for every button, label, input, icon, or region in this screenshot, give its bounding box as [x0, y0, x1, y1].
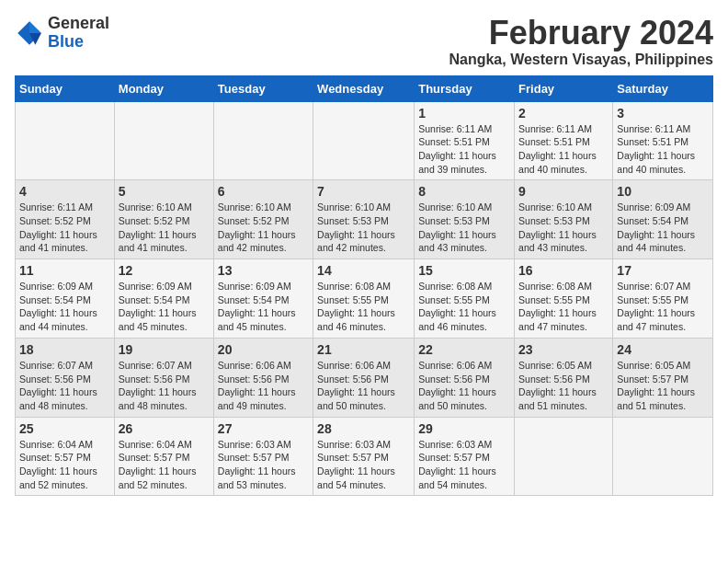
col-wednesday: Wednesday: [313, 75, 415, 101]
day-number: 15: [418, 263, 510, 278]
day-number: 24: [617, 342, 709, 357]
col-thursday: Thursday: [415, 75, 515, 101]
calendar-cell: 2Sunrise: 6:11 AM Sunset: 5:51 PM Daylig…: [515, 101, 613, 180]
day-number: 13: [218, 263, 309, 278]
calendar-week-3: 18Sunrise: 6:07 AM Sunset: 5:56 PM Dayli…: [16, 338, 713, 417]
calendar-cell: [613, 417, 713, 496]
calendar-cell: 5Sunrise: 6:10 AM Sunset: 5:52 PM Daylig…: [114, 180, 213, 259]
calendar-cell: 28Sunrise: 6:03 AM Sunset: 5:57 PM Dayli…: [313, 417, 415, 496]
col-friday: Friday: [515, 75, 613, 101]
day-number: 2: [518, 106, 609, 121]
calendar-header: Sunday Monday Tuesday Wednesday Thursday…: [16, 75, 713, 101]
calendar-cell: [16, 101, 115, 180]
day-info: Sunrise: 6:07 AM Sunset: 5:56 PM Dayligh…: [19, 359, 110, 413]
day-info: Sunrise: 6:09 AM Sunset: 5:54 PM Dayligh…: [119, 280, 210, 334]
logo-blue: Blue: [48, 32, 84, 51]
page-wrapper: General Blue February 2024 Nangka, Weste…: [15, 15, 713, 496]
calendar-cell: 7Sunrise: 6:10 AM Sunset: 5:53 PM Daylig…: [313, 180, 415, 259]
day-number: 4: [19, 184, 110, 199]
day-number: 19: [119, 342, 210, 357]
calendar-cell: [313, 101, 415, 180]
day-info: Sunrise: 6:08 AM Sunset: 5:55 PM Dayligh…: [518, 280, 609, 334]
calendar-cell: 14Sunrise: 6:08 AM Sunset: 5:55 PM Dayli…: [313, 259, 415, 339]
calendar-cell: 19Sunrise: 6:07 AM Sunset: 5:56 PM Dayli…: [114, 338, 213, 417]
calendar-cell: 6Sunrise: 6:10 AM Sunset: 5:52 PM Daylig…: [213, 180, 313, 259]
calendar-cell: 27Sunrise: 6:03 AM Sunset: 5:57 PM Dayli…: [213, 417, 313, 496]
logo: General Blue: [15, 15, 109, 52]
day-number: 26: [119, 421, 210, 436]
day-number: 25: [19, 421, 110, 436]
day-number: 16: [518, 263, 609, 278]
day-info: Sunrise: 6:06 AM Sunset: 5:56 PM Dayligh…: [418, 359, 510, 413]
day-number: 14: [317, 263, 410, 278]
calendar-cell: 16Sunrise: 6:08 AM Sunset: 5:55 PM Dayli…: [515, 259, 613, 339]
calendar-cell: 20Sunrise: 6:06 AM Sunset: 5:56 PM Dayli…: [213, 338, 313, 417]
day-info: Sunrise: 6:10 AM Sunset: 5:53 PM Dayligh…: [518, 201, 609, 255]
day-number: 3: [617, 106, 709, 121]
location: Nangka, Western Visayas, Philippines: [449, 52, 713, 68]
day-info: Sunrise: 6:09 AM Sunset: 5:54 PM Dayligh…: [617, 201, 709, 255]
day-info: Sunrise: 6:09 AM Sunset: 5:54 PM Dayligh…: [19, 280, 110, 334]
day-number: 29: [418, 421, 510, 436]
day-number: 27: [218, 421, 309, 436]
calendar-cell: 8Sunrise: 6:10 AM Sunset: 5:53 PM Daylig…: [415, 180, 515, 259]
day-number: 21: [317, 342, 410, 357]
day-number: 5: [119, 184, 210, 199]
calendar-body: 1Sunrise: 6:11 AM Sunset: 5:51 PM Daylig…: [16, 101, 713, 496]
day-number: 7: [317, 184, 410, 199]
calendar-cell: 1Sunrise: 6:11 AM Sunset: 5:51 PM Daylig…: [415, 101, 515, 180]
day-info: Sunrise: 6:10 AM Sunset: 5:53 PM Dayligh…: [418, 201, 510, 255]
day-info: Sunrise: 6:08 AM Sunset: 5:55 PM Dayligh…: [317, 280, 410, 334]
month-title: February 2024: [449, 15, 713, 52]
calendar-cell: 24Sunrise: 6:05 AM Sunset: 5:57 PM Dayli…: [613, 338, 713, 417]
calendar-cell: 29Sunrise: 6:03 AM Sunset: 5:57 PM Dayli…: [415, 417, 515, 496]
logo-icon: [15, 18, 44, 48]
day-number: 6: [218, 184, 309, 199]
calendar-cell: 25Sunrise: 6:04 AM Sunset: 5:57 PM Dayli…: [16, 417, 115, 496]
day-number: 11: [19, 263, 110, 278]
day-info: Sunrise: 6:08 AM Sunset: 5:55 PM Dayligh…: [418, 280, 510, 334]
day-info: Sunrise: 6:06 AM Sunset: 5:56 PM Dayligh…: [218, 359, 309, 413]
day-info: Sunrise: 6:03 AM Sunset: 5:57 PM Dayligh…: [418, 438, 510, 492]
col-saturday: Saturday: [613, 75, 713, 101]
calendar-cell: 11Sunrise: 6:09 AM Sunset: 5:54 PM Dayli…: [16, 259, 115, 339]
day-number: 18: [19, 342, 110, 357]
col-sunday: Sunday: [16, 75, 115, 101]
calendar-cell: 22Sunrise: 6:06 AM Sunset: 5:56 PM Dayli…: [415, 338, 515, 417]
day-number: 22: [418, 342, 510, 357]
calendar-cell: 23Sunrise: 6:05 AM Sunset: 5:56 PM Dayli…: [515, 338, 613, 417]
calendar-cell: 12Sunrise: 6:09 AM Sunset: 5:54 PM Dayli…: [114, 259, 213, 339]
day-number: 20: [218, 342, 309, 357]
col-tuesday: Tuesday: [213, 75, 313, 101]
calendar-week-0: 1Sunrise: 6:11 AM Sunset: 5:51 PM Daylig…: [16, 101, 713, 180]
col-monday: Monday: [114, 75, 213, 101]
calendar-cell: 9Sunrise: 6:10 AM Sunset: 5:53 PM Daylig…: [515, 180, 613, 259]
day-number: 12: [119, 263, 210, 278]
calendar-cell: 13Sunrise: 6:09 AM Sunset: 5:54 PM Dayli…: [213, 259, 313, 339]
day-info: Sunrise: 6:05 AM Sunset: 5:56 PM Dayligh…: [518, 359, 609, 413]
day-info: Sunrise: 6:11 AM Sunset: 5:51 PM Dayligh…: [518, 122, 609, 177]
calendar-cell: 18Sunrise: 6:07 AM Sunset: 5:56 PM Dayli…: [16, 338, 115, 417]
day-number: 8: [418, 184, 510, 199]
day-info: Sunrise: 6:04 AM Sunset: 5:57 PM Dayligh…: [19, 438, 110, 492]
calendar-cell: 4Sunrise: 6:11 AM Sunset: 5:52 PM Daylig…: [16, 180, 115, 259]
day-info: Sunrise: 6:03 AM Sunset: 5:57 PM Dayligh…: [317, 438, 410, 492]
day-info: Sunrise: 6:07 AM Sunset: 5:55 PM Dayligh…: [617, 280, 709, 334]
logo-text: General Blue: [48, 15, 109, 52]
day-number: 9: [518, 184, 609, 199]
title-block: February 2024 Nangka, Western Visayas, P…: [449, 15, 713, 68]
calendar-cell: 21Sunrise: 6:06 AM Sunset: 5:56 PM Dayli…: [313, 338, 415, 417]
day-info: Sunrise: 6:10 AM Sunset: 5:52 PM Dayligh…: [218, 201, 309, 255]
calendar-cell: 15Sunrise: 6:08 AM Sunset: 5:55 PM Dayli…: [415, 259, 515, 339]
day-number: 1: [418, 106, 510, 121]
day-number: 10: [617, 184, 709, 199]
calendar-week-2: 11Sunrise: 6:09 AM Sunset: 5:54 PM Dayli…: [16, 259, 713, 339]
calendar-cell: 17Sunrise: 6:07 AM Sunset: 5:55 PM Dayli…: [613, 259, 713, 339]
day-info: Sunrise: 6:09 AM Sunset: 5:54 PM Dayligh…: [218, 280, 309, 334]
calendar-cell: 3Sunrise: 6:11 AM Sunset: 5:51 PM Daylig…: [613, 101, 713, 180]
day-info: Sunrise: 6:07 AM Sunset: 5:56 PM Dayligh…: [119, 359, 210, 413]
day-info: Sunrise: 6:04 AM Sunset: 5:57 PM Dayligh…: [119, 438, 210, 492]
calendar-week-1: 4Sunrise: 6:11 AM Sunset: 5:52 PM Daylig…: [16, 180, 713, 259]
day-info: Sunrise: 6:05 AM Sunset: 5:57 PM Dayligh…: [617, 359, 709, 413]
header-row: Sunday Monday Tuesday Wednesday Thursday…: [16, 75, 713, 101]
